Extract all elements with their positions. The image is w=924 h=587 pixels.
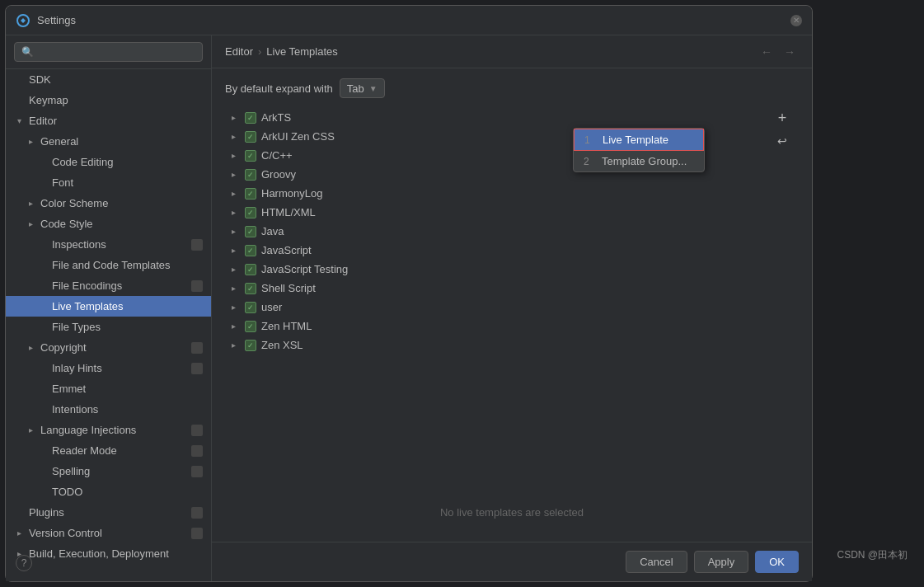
group-name-label: Groovy (261, 168, 296, 181)
group-checkbox[interactable]: ✓ (245, 169, 256, 181)
sidebar-item-label: Editor (29, 115, 57, 127)
help-button[interactable]: ? (16, 555, 32, 571)
add-button[interactable]: + (772, 108, 792, 128)
close-button[interactable]: ✕ (790, 15, 802, 26)
no-selection-message: No live templates are selected (225, 493, 799, 532)
sidebar-item-label: File and Code Templates (52, 259, 171, 271)
template-group-html-xml[interactable]: ▸ ✓ HTML/XML (225, 203, 766, 222)
sidebar-item-intentions[interactable]: Intentions (6, 399, 211, 420)
indicator-icon (191, 239, 203, 251)
template-group-arkts[interactable]: ▸ ✓ ArkTS (225, 108, 766, 127)
sidebar-item-file-types[interactable]: File Types (6, 317, 211, 337)
sidebar-item-emmet[interactable]: Emmet (6, 378, 211, 399)
forward-arrow[interactable]: → (781, 44, 799, 60)
indicator-icon (191, 280, 203, 292)
template-group-java[interactable]: ▸ ✓ Java (225, 222, 766, 241)
group-checkbox[interactable]: ✓ (245, 321, 256, 332)
indicator-icon (191, 342, 203, 354)
sidebar-item-font[interactable]: Font (6, 172, 211, 193)
sidebar: SDK Keymap▾Editor▸General Code Editing F… (6, 35, 212, 581)
indicator-icon (191, 528, 203, 539)
sidebar-item-label: Live Templates (52, 300, 123, 312)
back-arrow[interactable]: ← (757, 44, 776, 60)
dropdown-arrow-icon: ▼ (369, 84, 378, 93)
sidebar-item-inspections[interactable]: Inspections (6, 234, 211, 255)
sidebar-item-live-templates[interactable]: Live Templates (6, 296, 211, 317)
apply-button[interactable]: Apply (694, 551, 749, 573)
expand-arrow-icon: ▸ (29, 199, 40, 208)
expand-value: Tab (347, 82, 364, 95)
group-name-label: HTML/XML (261, 206, 316, 218)
sidebar-item-plugins[interactable]: Plugins (6, 502, 211, 523)
group-expand-icon: ▸ (232, 246, 242, 255)
indicator-icon (191, 363, 203, 374)
indicator-icon (191, 445, 203, 457)
sidebar-item-label: Language Injections (40, 424, 136, 436)
group-checkbox[interactable]: ✓ (245, 283, 256, 294)
template-group-zen-xsl[interactable]: ▸ ✓ Zen XSL (225, 336, 766, 355)
expand-row: By default expand with Tab ▼ (225, 78, 799, 98)
popup-item-template-group---[interactable]: 2 Template Group... (574, 151, 704, 171)
sidebar-item-label: Font (52, 176, 73, 189)
sidebar-item-copyright[interactable]: ▸Copyright (6, 337, 211, 358)
indicator-icon (191, 425, 203, 436)
group-name-label: C/C++ (261, 149, 293, 162)
group-name-label: HarmonyLog (261, 187, 322, 200)
group-checkbox[interactable]: ✓ (245, 207, 256, 218)
sidebar-item-file-encodings[interactable]: File Encodings (6, 275, 211, 296)
group-expand-icon: ▸ (232, 303, 242, 312)
template-group-harmonylog[interactable]: ▸ ✓ HarmonyLog (225, 184, 766, 203)
template-group-shell-script[interactable]: ▸ ✓ Shell Script (225, 279, 766, 298)
sidebar-item-todo[interactable]: TODO (6, 481, 211, 502)
sidebar-item-label: Reader Mode (52, 444, 117, 457)
group-expand-icon: ▸ (232, 189, 242, 198)
sidebar-item-inlay-hints[interactable]: Inlay Hints (6, 358, 211, 378)
group-checkbox[interactable]: ✓ (245, 131, 256, 143)
sidebar-item-language-injections[interactable]: ▸Language Injections (6, 420, 211, 440)
group-checkbox[interactable]: ✓ (245, 245, 256, 256)
template-group-user[interactable]: ▸ ✓ user (225, 298, 766, 317)
cancel-button[interactable]: Cancel (626, 551, 687, 573)
sidebar-item-label: TODO (52, 486, 82, 498)
group-checkbox[interactable]: ✓ (245, 264, 256, 275)
sidebar-item-keymap[interactable]: Keymap (6, 90, 211, 110)
group-expand-icon: ▸ (232, 265, 242, 274)
sidebar-item-reader-mode[interactable]: Reader Mode (6, 440, 211, 461)
sidebar-item-spelling[interactable]: Spelling (6, 461, 211, 481)
group-expand-icon: ▸ (232, 227, 242, 236)
group-expand-icon: ▸ (232, 322, 242, 331)
group-checkbox[interactable]: ✓ (245, 226, 256, 237)
template-group-javascript[interactable]: ▸ ✓ JavaScript (225, 241, 766, 260)
ok-button[interactable]: OK (755, 551, 799, 573)
sidebar-item-label: Intentions (52, 403, 98, 416)
sidebar-item-build--execution--deployment[interactable]: ▸Build, Execution, Deployment (6, 543, 211, 564)
breadcrumb-parent: Editor (225, 45, 253, 58)
group-checkbox[interactable]: ✓ (245, 302, 256, 313)
sidebar-item-code-style[interactable]: ▸Code Style (6, 214, 211, 234)
group-expand-icon: ▸ (232, 113, 242, 122)
sidebar-item-label: Emmet (52, 383, 86, 395)
popup-item-live-template[interactable]: 1 Live Template (574, 129, 704, 151)
popup-item-num: 1 (584, 134, 596, 146)
sidebar-item-version-control[interactable]: ▸Version Control (6, 523, 211, 543)
templates-area: ▸ ✓ ArkTS ▸ ✓ ArkUI Zen CSS ▸ ✓ C/C++ ▸ … (225, 108, 799, 477)
sidebar-item-label: Spelling (52, 465, 90, 477)
sidebar-item-code-editing[interactable]: Code Editing (6, 152, 211, 172)
group-name-label: Shell Script (261, 282, 316, 294)
sidebar-item-sdk[interactable]: SDK (6, 69, 211, 90)
expand-dropdown[interactable]: Tab ▼ (340, 78, 385, 98)
sidebar-item-general[interactable]: ▸General (6, 131, 211, 152)
main-panel: Editor › Live Templates ← → By default e… (212, 35, 812, 581)
group-checkbox[interactable]: ✓ (245, 188, 256, 200)
group-checkbox[interactable]: ✓ (245, 150, 256, 162)
group-checkbox[interactable]: ✓ (245, 340, 256, 351)
sidebar-items-container: SDK Keymap▾Editor▸General Code Editing F… (6, 69, 211, 564)
group-checkbox[interactable]: ✓ (245, 112, 256, 124)
sidebar-item-editor[interactable]: ▾Editor (6, 110, 211, 131)
undo-button[interactable]: ↩ (772, 131, 792, 151)
template-group-zen-html[interactable]: ▸ ✓ Zen HTML (225, 317, 766, 336)
sidebar-item-file-and-code-templates[interactable]: File and Code Templates (6, 255, 211, 275)
search-input[interactable] (14, 42, 203, 62)
template-group-javascript-testing[interactable]: ▸ ✓ JavaScript Testing (225, 260, 766, 279)
sidebar-item-color-scheme[interactable]: ▸Color Scheme (6, 193, 211, 214)
